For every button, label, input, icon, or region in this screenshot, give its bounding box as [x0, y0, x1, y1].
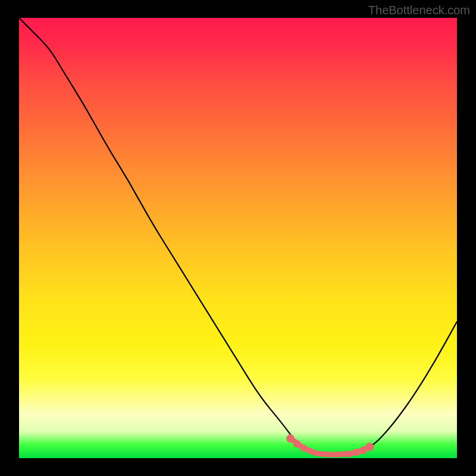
marker-dot — [334, 452, 339, 458]
marker-dot — [328, 452, 333, 457]
markers-layer — [19, 18, 457, 458]
marker-dot — [365, 443, 374, 451]
marker-dot — [346, 450, 353, 457]
marker-dot — [340, 451, 346, 457]
marker-dot — [314, 450, 320, 456]
marker-dot — [300, 444, 307, 452]
marker-dot — [307, 448, 314, 455]
chart-wrapper: TheBottleneck.com — [0, 0, 476, 476]
marker-dot — [321, 452, 326, 457]
watermark-text: TheBottleneck.com — [368, 4, 470, 17]
plot-area — [19, 18, 457, 458]
